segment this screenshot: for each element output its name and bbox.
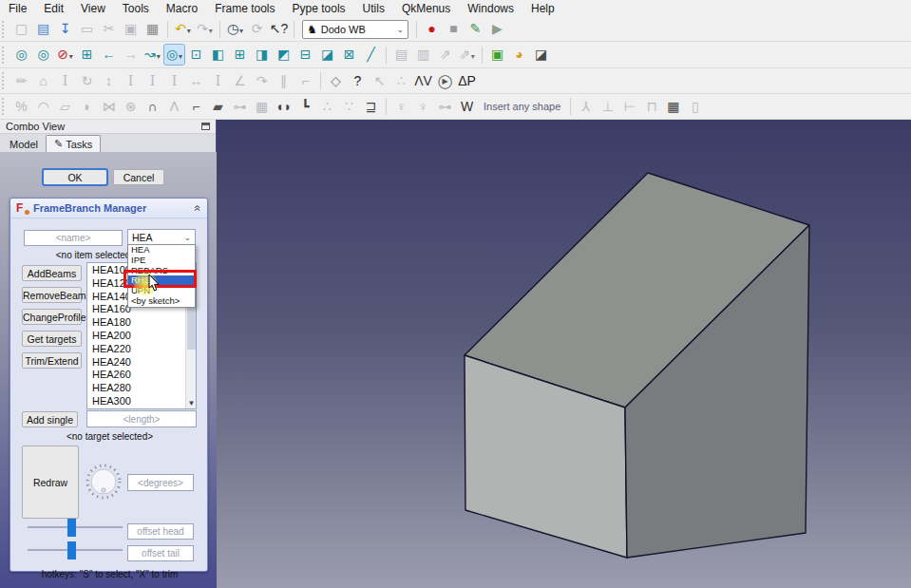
pype-clipboard-icon[interactable]: ▯: [685, 97, 705, 117]
shape-view-icon[interactable]: ◪: [531, 45, 551, 65]
3d-viewport[interactable]: [217, 120, 911, 588]
get-targets-button[interactable]: Get targets: [22, 331, 82, 347]
menu-macro[interactable]: Macro: [158, 1, 206, 16]
profile-item[interactable]: HEA280: [87, 381, 196, 394]
dropdown-arrow-icon[interactable]: ▾: [209, 21, 213, 41]
shift-beam-icon[interactable]: Ⅰ: [121, 71, 141, 91]
pype-tank-icon[interactable]: ⊓: [641, 97, 661, 117]
help-icon[interactable]: ?: [348, 71, 368, 91]
refresh-timer-icon[interactable]: ◷▾: [225, 19, 245, 39]
export-view-icon[interactable]: ⇗: [435, 45, 455, 65]
menu-qkmenus[interactable]: QkMenus: [393, 1, 459, 16]
view-front-icon[interactable]: ◧: [208, 45, 228, 65]
pype-percent-icon[interactable]: %: [11, 97, 31, 117]
dropdown-item[interactable]: <by sketch>: [128, 296, 195, 307]
pype-dshape-icon[interactable]: ◗: [77, 97, 97, 117]
trim-extend-button[interactable]: Trim/Extend: [22, 352, 82, 369]
pype-branch-icon[interactable]: Λ: [164, 97, 184, 117]
view-rear-icon[interactable]: ◩: [274, 45, 294, 65]
profile-item[interactable]: HEA180: [87, 315, 196, 329]
offset-tail-slider-handle[interactable]: [67, 541, 76, 560]
reverse-beam-icon[interactable]: ↕: [99, 71, 119, 91]
view-axonometric-icon[interactable]: ⊠: [339, 45, 359, 65]
pype-grid-icon[interactable]: ▦: [252, 97, 272, 117]
fit-all-icon[interactable]: ◎: [11, 45, 31, 65]
pype-zigzag-icon[interactable]: W: [457, 97, 477, 117]
print-icon[interactable]: ▭: [77, 19, 97, 39]
share-view-icon[interactable]: ⇗▾: [457, 45, 477, 65]
view-isometric-icon[interactable]: ⊡: [186, 45, 206, 65]
pype-dots2-icon[interactable]: ∵: [339, 97, 359, 117]
hexagon-play-icon[interactable]: ◯▶: [435, 71, 455, 91]
save-icon[interactable]: ↧: [55, 19, 75, 39]
toolbar-grip[interactable]: [2, 21, 7, 38]
view-left-icon[interactable]: ◪: [317, 45, 337, 65]
view-bottom-icon[interactable]: ⊟: [295, 45, 315, 65]
select-arrow-icon[interactable]: ↖: [370, 71, 389, 91]
pype-frame-icon[interactable]: ⊒: [361, 97, 381, 117]
macro-stop-icon[interactable]: ■: [444, 19, 464, 39]
dropdown-arrow-icon[interactable]: ▾: [157, 47, 161, 66]
tab-model[interactable]: Model: [2, 137, 46, 152]
menu-file[interactable]: File: [0, 1, 35, 16]
scroll-down-icon[interactable]: ▼: [186, 398, 197, 408]
delta-p-icon[interactable]: ΔP: [457, 71, 477, 91]
float-panel-icon[interactable]: [201, 123, 210, 130]
pype-valve-t-icon[interactable]: ⊥: [598, 97, 617, 117]
degrees-input[interactable]: [127, 474, 194, 491]
redraw-button[interactable]: Redraw: [22, 446, 79, 519]
spin-section-icon[interactable]: ↻: [77, 71, 97, 91]
changeprofile-button[interactable]: ChangeProfile: [22, 309, 82, 325]
appearance-icon[interactable]: ◕: [509, 45, 529, 65]
pype-valve-h-icon[interactable]: ⊢: [619, 97, 639, 117]
polyline-icon[interactable]: ΛV: [413, 71, 433, 91]
cancel-button[interactable]: Cancel: [113, 169, 164, 185]
align-edge-icon[interactable]: ∥: [274, 71, 294, 91]
pype-valve-y-icon[interactable]: ⅄: [576, 97, 596, 117]
insert-section-icon[interactable]: ◇: [326, 71, 346, 91]
folder-view-icon[interactable]: ▥: [413, 45, 433, 65]
redo-icon[interactable]: ↷▾: [195, 19, 215, 39]
insert-beam-icon[interactable]: Ⅰ: [55, 71, 75, 91]
workbench-selector[interactable]: ♞Dodo WB⌄: [302, 20, 408, 39]
toolbar-grip[interactable]: [2, 98, 7, 115]
profile-item[interactable]: HEA220: [87, 342, 196, 355]
view-right-icon[interactable]: ◨: [252, 45, 272, 65]
dot-join-icon[interactable]: ∴: [391, 71, 411, 91]
new-file-icon[interactable]: ▢: [11, 19, 31, 39]
pype-pin-icon[interactable]: ♀: [391, 97, 411, 117]
menu-pype-tools[interactable]: Pype tools: [284, 1, 354, 16]
macro-play-icon[interactable]: ▶: [487, 19, 507, 39]
dropdown-arrow-icon[interactable]: ▾: [179, 47, 182, 66]
name-input[interactable]: [24, 230, 123, 246]
dropdown-item[interactable]: IPE: [128, 256, 195, 266]
profile-item[interactable]: HEA200: [87, 329, 196, 342]
nav-forward-icon[interactable]: →: [121, 45, 141, 65]
collapse-chevron-icon[interactable]: «: [192, 205, 205, 212]
pype-curve-icon[interactable]: ◠: [33, 97, 53, 117]
undo-icon[interactable]: ↶▾: [173, 19, 193, 39]
pivot-beam-icon[interactable]: ⌐: [295, 71, 315, 91]
zoom-icon[interactable]: ◎: [33, 45, 53, 65]
profile-item[interactable]: HEA260: [87, 368, 196, 381]
level-beam-icon[interactable]: Ⅰ: [142, 71, 162, 91]
pype-lpipe-icon[interactable]: ┗: [295, 97, 315, 117]
pype-flange-icon[interactable]: ▰: [208, 97, 228, 117]
ok-button[interactable]: OK: [43, 169, 107, 185]
paste-icon[interactable]: ▦: [142, 19, 162, 39]
length-input[interactable]: [86, 410, 197, 427]
pype-caps-icon[interactable]: ◖◗: [274, 97, 294, 117]
refresh-icon[interactable]: ⟳: [247, 19, 267, 39]
copy-icon[interactable]: ▣: [121, 19, 141, 39]
pype-ubend-icon[interactable]: ∩: [142, 97, 162, 117]
dropdown-arrow-icon[interactable]: ▾: [471, 47, 475, 66]
addbeams-button[interactable]: AddBeams: [22, 265, 82, 281]
menu-windows[interactable]: Windows: [459, 1, 522, 16]
visibility-boxes-icon[interactable]: ▣: [487, 45, 507, 65]
offset-head-slider-handle[interactable]: [67, 519, 76, 537]
offset-tail-input[interactable]: [127, 545, 194, 561]
angle-knob[interactable]: [83, 461, 124, 503]
measure-icon[interactable]: ╱: [361, 45, 381, 65]
menu-help[interactable]: Help: [522, 1, 563, 16]
macro-edit-icon[interactable]: ✎: [465, 19, 485, 39]
